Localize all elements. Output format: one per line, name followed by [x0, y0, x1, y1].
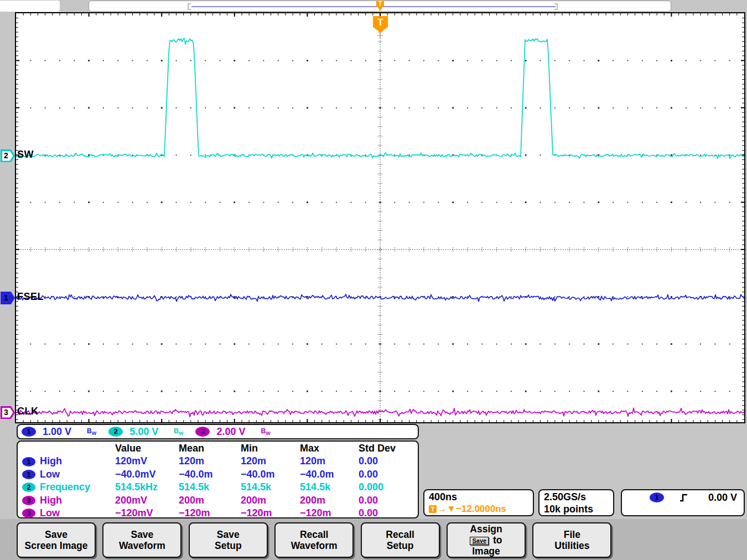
menu-button-line: Screen Image — [25, 540, 88, 551]
measurement-cell: 514.5kHz — [115, 481, 179, 494]
rising-edge-icon — [679, 492, 688, 503]
measurement-cell: −120m — [179, 507, 241, 520]
measurement-cell: 200m — [300, 494, 359, 507]
record-window-line — [191, 6, 556, 7]
channel-number: 3 — [1, 407, 12, 418]
menu-button-line: File — [564, 529, 580, 540]
channel-scale-entry: 32.00 VBW — [195, 426, 282, 438]
measurement-cell: 514.5k — [241, 481, 300, 494]
measurement-cell: 0.00 — [359, 494, 418, 507]
measurement-cell: 200mV — [115, 494, 179, 507]
measurement-row-label: 1Low — [22, 468, 115, 481]
arrow-icon: → — [437, 503, 447, 515]
menu-button-line: Save — [131, 529, 153, 540]
graticule: T — [15, 12, 745, 423]
trace-label-fsel: FSEL — [17, 291, 44, 303]
measurement-name: Low — [40, 468, 60, 481]
waveform-traces — [16, 13, 744, 422]
trace-sw — [16, 38, 744, 159]
record-length: 10k points — [544, 503, 613, 515]
measurement-cell — [22, 442, 115, 455]
menu-button-line: Save — [217, 529, 240, 540]
record-window-bracket-right — [554, 3, 558, 10]
menu-button-save-setup[interactable]: SaveSetup — [189, 522, 268, 558]
timebase-value: 400ns — [429, 491, 533, 503]
channel-scale-entry: 25.00 VBW — [108, 426, 195, 438]
menu-button-line: Assign — [470, 523, 502, 535]
trigger-source-badge: 1 — [650, 492, 664, 502]
trace-fsel — [16, 294, 744, 301]
top-left-box — [0, 1, 60, 12]
measurement-cell: 0.00 — [359, 468, 418, 481]
channel-badge: 1 — [22, 427, 36, 437]
menu-button-line: Recall — [386, 529, 414, 540]
trigger-position-readout: T→▼−12.0000ns — [429, 503, 533, 515]
channel-number: 2 — [1, 150, 12, 161]
channel-badge: 3 — [22, 509, 35, 518]
measurement-cell: 514.5k — [300, 481, 359, 494]
bandwidth-limit-icon: BW — [87, 427, 96, 436]
channel-3-position-marker[interactable]: 3 — [1, 406, 15, 419]
menu-button-save-screen-image[interactable]: SaveScreen Image — [17, 522, 96, 558]
measurement-name: Frequency — [40, 481, 90, 494]
measurement-cell: 200m — [179, 494, 241, 507]
softkey-menu-bar: SaveScreen ImageSaveWaveformSaveSetupRec… — [0, 519, 747, 560]
menu-button-line: Recall — [300, 529, 329, 540]
menu-button-assign-to-image[interactable]: AssignSave toImage — [447, 522, 526, 558]
menu-button-line: Setup — [387, 540, 414, 551]
measurement-header: Value — [115, 442, 179, 455]
measurement-cell: 120m — [179, 455, 241, 468]
menu-button-line: Waveform — [119, 540, 165, 551]
channel-1-position-marker[interactable]: 1 — [1, 292, 15, 304]
trace-clk — [16, 408, 744, 417]
measurement-cell: −120m — [300, 507, 359, 520]
measurement-row-label: 2Frequency — [22, 481, 115, 494]
channel-scale-value: 5.00 V — [129, 426, 158, 438]
record-window-bracket-left — [188, 3, 191, 10]
channel-scale-bar: 11.00 VBW25.00 VBW32.00 VBW — [17, 424, 419, 439]
measurement-header: Std Dev — [359, 442, 418, 455]
trigger-position-pointer-icon — [378, 7, 382, 11]
channel-badge: 3 — [22, 496, 35, 505]
menu-button-recall-waveform[interactable]: RecallWaveform — [274, 522, 354, 558]
measurement-cell: 0.00 — [359, 455, 418, 468]
triangle-down-icon: ▼ — [447, 503, 456, 515]
measurement-table: ValueMeanMinMaxStd Dev1High120mV120m120m… — [17, 440, 419, 518]
measurement-header: Mean — [179, 442, 241, 455]
trace-label-sw: SW — [17, 149, 34, 160]
measurement-header: Max — [300, 442, 359, 455]
measurement-name: Low — [40, 507, 60, 520]
measurement-row-label: 3Low — [22, 507, 115, 520]
sample-rate: 2.50GS/s — [544, 491, 613, 503]
menu-button-file-utilities[interactable]: FileUtilities — [532, 522, 611, 558]
record-view-strip: T — [0, 0, 747, 12]
measurement-row-label: 1High — [22, 455, 115, 468]
measurement-cell: 120m — [241, 455, 300, 468]
menu-button-line: Setup — [215, 540, 242, 551]
measurement-cell: −120mV — [115, 507, 179, 520]
measurement-cell: 120mV — [115, 455, 179, 468]
channel-2-position-marker[interactable]: 2 — [1, 149, 15, 162]
measurement-cell: 0.00 — [359, 507, 418, 520]
channel-scale-value: 2.00 V — [216, 426, 245, 438]
measurement-cell: −40.0m — [300, 468, 359, 481]
acquisition-readout: 2.50GS/s 10k points — [538, 489, 614, 516]
measurement-cell: 514.5k — [179, 481, 241, 494]
measurement-row-label: 3High — [22, 494, 115, 507]
trigger-position-icon: T — [376, 1, 384, 7]
channel-badge: 3 — [195, 427, 210, 437]
channel-scale-value: 1.00 V — [43, 426, 71, 438]
trace-label-clk: CLK — [17, 406, 39, 417]
channel-badge: 2 — [22, 483, 35, 492]
horizontal-readout: 400ns T→▼−12.0000ns — [423, 489, 534, 516]
measurement-cell: 200m — [241, 494, 300, 507]
channel-scale-entry: 11.00 VBW — [22, 426, 108, 438]
measurement-cell: 120m — [300, 455, 359, 468]
measurement-name: High — [40, 455, 62, 468]
menu-button-line: Image — [472, 546, 500, 557]
measurement-cell: −40.0m — [179, 468, 241, 481]
measurement-cell: −40.0mV — [115, 468, 179, 481]
menu-button-recall-setup[interactable]: RecallSetup — [361, 522, 440, 558]
channel-badge: 2 — [108, 427, 123, 437]
menu-button-save-waveform[interactable]: SaveWaveform — [102, 522, 181, 558]
